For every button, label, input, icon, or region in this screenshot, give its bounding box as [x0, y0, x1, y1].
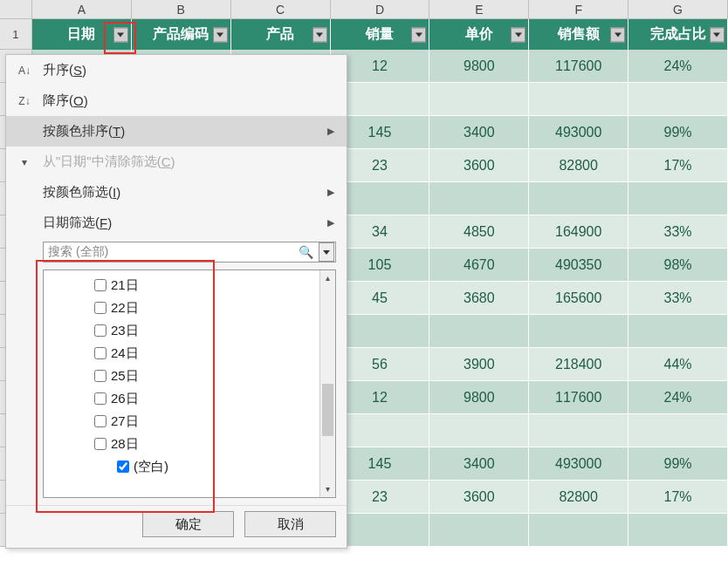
cell-price[interactable] — [429, 315, 529, 348]
filter-button-product[interactable] — [312, 27, 327, 42]
cell-price[interactable] — [429, 182, 529, 215]
cell-revenue[interactable]: 218400 — [529, 348, 628, 381]
sort-descending[interactable]: Z↓ 降序(O) — [6, 85, 347, 116]
search-icon[interactable]: 🔍 — [299, 245, 313, 259]
cell-revenue[interactable]: 117600 — [529, 381, 628, 414]
sort-by-color[interactable]: 按颜色排序(T) ▶ — [6, 116, 347, 147]
cell-pct[interactable] — [628, 414, 728, 447]
scroll-down-icon[interactable]: ▾ — [320, 481, 335, 497]
cell-pct[interactable]: 24% — [628, 50, 728, 83]
cell-price[interactable]: 3900 — [429, 348, 529, 381]
ok-button[interactable]: 确定 — [142, 511, 234, 537]
cell-revenue[interactable] — [529, 315, 628, 348]
cell-revenue[interactable]: 493000 — [529, 116, 628, 149]
scroll-up-icon[interactable]: ▴ — [320, 270, 335, 286]
cell-revenue[interactable] — [529, 514, 628, 547]
tree-item[interactable]: 28日 — [94, 433, 319, 455]
filter-button-date[interactable] — [113, 27, 128, 42]
date-filter[interactable]: 日期筛选(F) ▶ — [6, 208, 347, 238]
cell-pct[interactable] — [628, 514, 728, 547]
sort-ascending[interactable]: A↓ 升序(S) — [6, 55, 347, 85]
search-dropdown-button[interactable] — [319, 242, 334, 262]
tree-item[interactable]: 24日 — [94, 342, 319, 365]
col-B[interactable]: B — [132, 0, 231, 19]
chevron-right-icon: ▶ — [327, 126, 334, 137]
tree-checkbox[interactable] — [94, 438, 106, 450]
tree-checkbox[interactable] — [94, 324, 106, 337]
filter-button-revenue[interactable] — [610, 27, 625, 42]
col-D[interactable]: D — [331, 0, 430, 19]
cell-revenue[interactable]: 165600 — [529, 282, 628, 315]
cell-revenue[interactable]: 493000 — [529, 447, 628, 481]
col-F[interactable]: F — [529, 0, 628, 19]
cell-revenue[interactable]: 164900 — [529, 215, 628, 249]
cell-revenue[interactable]: 82800 — [529, 481, 628, 514]
cell-revenue[interactable]: 82800 — [529, 149, 628, 182]
tree-checkbox[interactable] — [94, 279, 106, 291]
cell-price[interactable] — [429, 514, 529, 547]
cell-pct[interactable]: 24% — [628, 381, 728, 414]
cell-pct[interactable] — [628, 83, 728, 116]
tree-item[interactable]: 21日 — [94, 274, 319, 297]
tree-item[interactable]: 26日 — [94, 387, 319, 410]
cell-pct[interactable]: 44% — [628, 348, 728, 381]
clear-filter: ▾ 从"日期"中清除筛选(C) — [6, 147, 347, 177]
cell-pct[interactable]: 99% — [628, 116, 728, 149]
cell-price[interactable]: 3400 — [429, 447, 529, 481]
tree-item[interactable]: 23日 — [94, 319, 319, 342]
col-A[interactable]: A — [32, 0, 132, 19]
col-G[interactable]: G — [628, 0, 728, 19]
cell-pct[interactable] — [628, 315, 728, 348]
row-number-1[interactable]: 1 — [0, 19, 32, 50]
header-date: 日期 — [32, 19, 132, 50]
tree-item[interactable]: 25日 — [94, 365, 319, 387]
filter-button-price[interactable] — [511, 27, 525, 42]
tree-item-blank[interactable]: (空白) — [94, 455, 319, 478]
sort-asc-icon: A↓ — [17, 63, 32, 78]
cell-pct[interactable]: 17% — [628, 481, 728, 514]
filter-button-sales[interactable] — [411, 27, 426, 42]
cell-price[interactable]: 3400 — [429, 116, 529, 149]
cell-pct[interactable]: 33% — [628, 215, 728, 249]
col-E[interactable]: E — [429, 0, 529, 19]
tree-item[interactable]: 22日 — [94, 297, 319, 319]
tree-checkbox[interactable] — [94, 415, 106, 427]
tree-checkbox[interactable] — [94, 302, 106, 314]
cell-price[interactable]: 4670 — [429, 249, 529, 282]
cell-price[interactable]: 3600 — [429, 149, 529, 182]
select-all-corner[interactable] — [0, 0, 32, 19]
tree-checkbox[interactable] — [117, 460, 129, 473]
cell-pct[interactable] — [628, 182, 728, 215]
cell-price[interactable]: 9800 — [429, 381, 529, 414]
cell-price[interactable]: 9800 — [429, 50, 529, 83]
cell-price[interactable]: 3600 — [429, 481, 529, 514]
cell-revenue[interactable] — [529, 83, 628, 116]
tree-label: 24日 — [111, 345, 139, 362]
cell-revenue[interactable]: 490350 — [529, 249, 628, 282]
cancel-button[interactable]: 取消 — [244, 511, 336, 537]
cell-revenue[interactable] — [529, 414, 628, 447]
cell-revenue[interactable] — [529, 182, 628, 215]
tree-checkbox[interactable] — [94, 347, 106, 359]
filter-by-color[interactable]: 按颜色筛选(I) ▶ — [6, 177, 347, 208]
filter-button-pct[interactable] — [710, 27, 725, 42]
cell-price[interactable] — [429, 83, 529, 116]
cell-pct[interactable]: 33% — [628, 282, 728, 315]
cell-price[interactable] — [429, 414, 529, 447]
cell-pct[interactable]: 99% — [628, 447, 728, 481]
tree-scrollbar[interactable]: ▴ ▾ — [319, 270, 335, 497]
tree-label: 28日 — [111, 436, 139, 453]
cell-price[interactable]: 4850 — [429, 215, 529, 249]
search-input[interactable] — [43, 242, 336, 263]
tree-checkbox[interactable] — [94, 370, 106, 382]
cell-pct[interactable]: 98% — [628, 249, 728, 282]
header-product-code: 产品编码 — [132, 19, 231, 50]
filter-button-code[interactable] — [213, 27, 228, 42]
cell-pct[interactable]: 17% — [628, 149, 728, 182]
scroll-thumb[interactable] — [322, 384, 333, 436]
cell-price[interactable]: 3680 — [429, 282, 529, 315]
cell-revenue[interactable]: 117600 — [529, 50, 628, 83]
col-C[interactable]: C — [231, 0, 331, 19]
tree-checkbox[interactable] — [94, 392, 106, 405]
tree-item[interactable]: 27日 — [94, 410, 319, 433]
